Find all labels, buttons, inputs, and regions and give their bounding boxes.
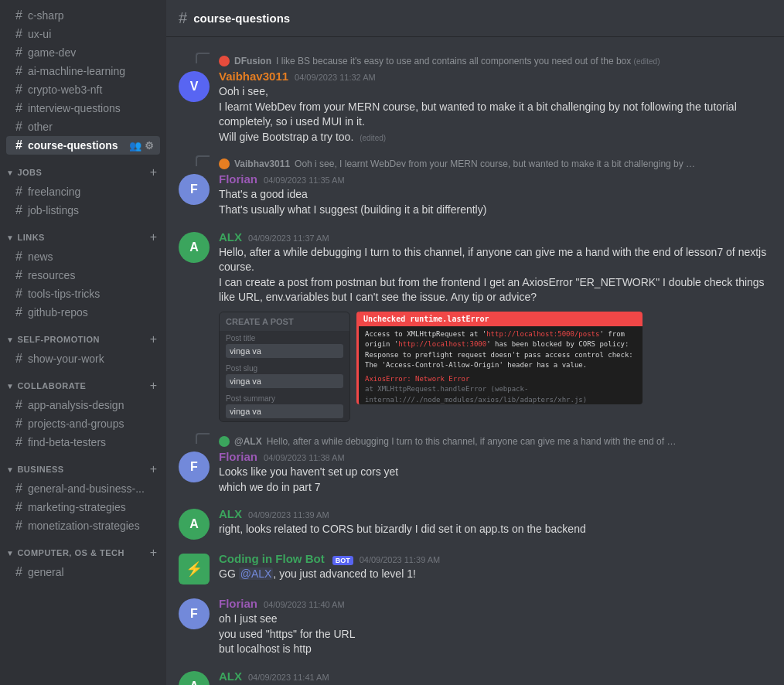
section-self-promotion[interactable]: ▼ SELF-PROMOTION + — [0, 322, 166, 349]
avatar-alx-2: A — [179, 509, 210, 540]
channel-news[interactable]: # news — [6, 247, 160, 266]
message-header: Florian 04/09/2023 11:40 AM — [219, 597, 772, 610]
channel-ai-machline-learning[interactable]: # ai-machline-learning — [6, 62, 160, 80]
section-business[interactable]: ▼ BUSINESS + — [0, 452, 166, 479]
username-alx-3: ALX — [219, 670, 242, 683]
reply-connector-1: DFusion I like BS because it's easy to u… — [166, 49, 784, 66]
channel-projects-and-groups[interactable]: # projects-and-groups — [6, 414, 160, 433]
channel-other[interactable]: # other — [6, 118, 160, 136]
hash-icon: # — [15, 268, 22, 282]
message-header: ALX 04/09/2023 11:37 AM — [219, 230, 772, 244]
message-content: Vaibhav3011 04/09/2023 11:32 AM Ooh i se… — [219, 70, 772, 145]
channel-freelancing[interactable]: # freelancing — [6, 182, 160, 201]
chevron-icon: ▼ — [6, 233, 14, 242]
hash-icon: # — [15, 287, 22, 301]
username-florian-3: Florian — [219, 597, 257, 610]
channel-show-your-work[interactable]: # show-your-work — [6, 349, 160, 368]
avatar-alx-3: A — [179, 671, 210, 685]
chevron-icon: ▼ — [6, 382, 14, 390]
add-channel-button[interactable]: + — [147, 546, 160, 560]
chevron-icon: ▼ — [6, 169, 14, 177]
reply-username: Vaibhav3011 — [234, 158, 290, 169]
avatar-bot: ⚡ — [179, 554, 210, 584]
avatar-florian-1: F — [179, 174, 210, 205]
username-florian: Florian — [219, 172, 257, 186]
message-group-alx-2: A ALX 04/09/2023 11:39 AM right, looks r… — [166, 504, 784, 543]
edited-tag: (edited) — [360, 134, 386, 142]
hash-icon: # — [15, 120, 22, 134]
channel-crypto-web3-nft[interactable]: # crypto-web3-nft — [6, 80, 160, 99]
timestamp: 04/09/2023 11:38 AM — [264, 453, 345, 462]
message-text: Ooh i see,I learnt WebDev from your MERN… — [219, 84, 772, 145]
add-channel-button[interactable]: + — [147, 230, 160, 244]
hash-icon: # — [15, 250, 22, 264]
message-group-florian-2: F Florian 04/09/2023 11:38 AM Looks like… — [166, 447, 784, 498]
add-channel-button[interactable]: + — [147, 379, 160, 393]
hash-icon: # — [15, 138, 22, 152]
section-collaborate[interactable]: ▼ COLLABORATE + — [0, 368, 166, 396]
channel-game-dev[interactable]: # game-dev — [6, 43, 160, 62]
avatar-florian-2: F — [179, 452, 210, 482]
timestamp: 04/09/2023 11:41 AM — [248, 673, 329, 682]
add-channel-button[interactable]: + — [147, 165, 160, 179]
channel-marketing-strategies[interactable]: # marketing-strategies — [6, 498, 160, 516]
channel-hash-icon: # — [179, 9, 187, 27]
members-icon[interactable]: 👥 — [129, 140, 141, 152]
message-group-florian-3: F Florian 04/09/2023 11:40 AM oh I just … — [166, 594, 784, 660]
section-jobs[interactable]: ▼ JOBS + — [0, 155, 166, 182]
channel-title: course-questions — [193, 12, 290, 25]
main-content: # course-questions DFusion I like BS bec… — [166, 0, 784, 685]
channel-ux-ui[interactable]: # ux-ui — [6, 25, 160, 43]
hash-icon: # — [15, 565, 22, 579]
channel-monetization-strategies[interactable]: # monetization-strategies — [6, 516, 160, 535]
chevron-icon: ▼ — [6, 465, 14, 474]
timestamp: 04/09/2023 11:39 AM — [248, 510, 329, 520]
hash-icon: # — [15, 101, 22, 115]
chevron-icon: ▼ — [6, 336, 14, 344]
timestamp: 04/09/2023 11:32 AM — [295, 73, 376, 82]
channel-find-beta-testers[interactable]: # find-beta-testers — [6, 433, 160, 452]
channel-github-repos[interactable]: # github-repos — [6, 303, 160, 322]
message-header: Coding in Flow Bot BOT 04/09/2023 11:39 … — [219, 552, 772, 565]
section-computer-os-tech[interactable]: ▼ COMPUTER, OS & TECH + — [0, 535, 166, 563]
reply-text: Ooh i see, I learnt WebDev from your MER… — [295, 158, 697, 169]
channel-job-listings[interactable]: # job-listings — [6, 201, 160, 220]
message-group-bot: ⚡ Coding in Flow Bot BOT 04/09/2023 11:3… — [166, 549, 784, 588]
message-content: Florian 04/09/2023 11:35 AM That's a goo… — [219, 172, 772, 217]
add-channel-button[interactable]: + — [147, 462, 160, 476]
channel-course-questions[interactable]: # course-questions 👥 ⚙ — [6, 136, 160, 155]
timestamp: 04/09/2023 11:37 AM — [248, 233, 329, 243]
messages-area[interactable]: DFusion I like BS because it's easy to u… — [166, 37, 784, 685]
avatar-vaibhav: V — [179, 71, 210, 102]
hash-icon: # — [15, 435, 22, 449]
timestamp: 04/09/2023 11:40 AM — [264, 600, 345, 609]
channel-general-and-business[interactable]: # general-and-business-... — [6, 479, 160, 498]
message-text: right, looks related to CORS but bizardl… — [219, 522, 772, 537]
message-text: Hello, after a while debugging I turn to… — [219, 245, 772, 305]
username-bot: Coding in Flow Bot — [219, 552, 325, 565]
hash-icon: # — [15, 305, 22, 319]
settings-icon[interactable]: ⚙ — [145, 140, 154, 152]
message-group-florian-1: F Florian 04/09/2023 11:35 AM That's a g… — [166, 169, 784, 220]
hash-icon: # — [15, 417, 22, 431]
section-links[interactable]: ▼ LINKS + — [0, 220, 166, 247]
channel-c-sharp[interactable]: # c-sharp — [6, 6, 160, 25]
channel-app-analysis-design[interactable]: # app-analysis-design — [6, 396, 160, 414]
username-alx-2: ALX — [219, 507, 242, 520]
add-channel-button[interactable]: + — [147, 332, 160, 346]
message-content: Coding in Flow Bot BOT 04/09/2023 11:39 … — [219, 552, 772, 584]
channel-resources[interactable]: # resources — [6, 266, 160, 285]
reply-text: Hello, after a while debugging I turn to… — [267, 436, 677, 447]
channel-general[interactable]: # general — [6, 563, 160, 581]
channel-tools-tips-tricks[interactable]: # tools-tips-tricks — [6, 285, 160, 303]
message-text: That's a good ideaThat's usually what I … — [219, 187, 772, 217]
message-header: Florian 04/09/2023 11:35 AM — [219, 172, 772, 186]
message-group-vaibhav: V Vaibhav3011 04/09/2023 11:32 AM Ooh i … — [166, 66, 784, 148]
hash-icon: # — [15, 519, 22, 533]
channel-icons: 👥 ⚙ — [129, 140, 154, 152]
hash-icon: # — [15, 64, 22, 78]
channel-interview-questions[interactable]: # interview-questions — [6, 99, 160, 118]
reply-connector-4: @ALX Hello, after a while debugging I tu… — [166, 425, 784, 447]
timestamp: 04/09/2023 11:39 AM — [360, 555, 441, 564]
message-attachments: Create a post Post title vinga va Post s… — [219, 312, 772, 422]
